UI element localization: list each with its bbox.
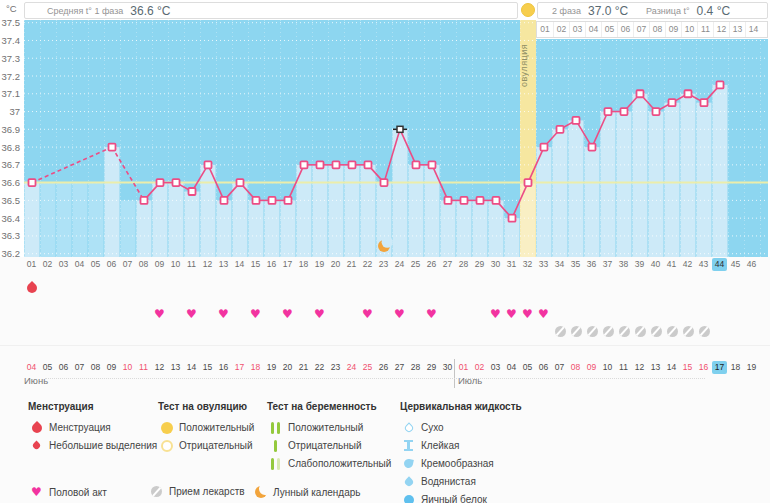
cycle-day-label[interactable]: 34 [552,258,567,271]
calendar-date[interactable]: 13 [648,361,663,374]
calendar-date[interactable]: 03 [488,361,503,374]
temperature-point[interactable] [509,215,516,222]
cycle-day-label[interactable]: 41 [664,258,679,271]
calendar-date[interactable]: 29 [424,361,439,374]
day-column[interactable] [361,165,376,257]
cycle-day-label[interactable]: 32 [520,258,535,271]
temperature-point[interactable] [413,161,420,168]
cycle-day-label[interactable]: 04 [72,258,87,271]
cycle-day-label[interactable]: 18 [296,258,311,271]
cycle-day-label[interactable]: 10 [168,258,183,271]
day-column[interactable] [409,165,424,257]
day-column[interactable] [697,103,712,257]
calendar-date[interactable]: 04 [24,361,39,374]
calendar-date[interactable]: 28 [408,361,423,374]
temperature-point[interactable] [717,81,724,88]
calendar-date[interactable]: 14 [184,361,199,374]
cycle-day-label[interactable]: 14 [232,258,247,271]
temperature-point[interactable] [301,161,308,168]
day-column[interactable] [665,103,680,257]
temperature-point[interactable] [349,161,356,168]
calendar-date[interactable]: 13 [168,361,183,374]
calendar-date[interactable]: 07 [552,361,567,374]
calendar-date[interactable]: 19 [744,361,759,374]
day-column[interactable] [489,200,504,257]
cycle-day-label[interactable]: 45 [728,258,743,271]
day-column[interactable] [313,165,328,257]
temperature-point[interactable] [205,161,212,168]
temperature-point[interactable] [637,90,644,97]
day-column[interactable] [281,200,296,257]
calendar-date[interactable]: 17 [712,361,727,374]
calendar-date[interactable]: 26 [376,361,391,374]
cycle-day-label[interactable]: 22 [360,258,375,271]
cycle-day-label[interactable]: 33 [536,258,551,271]
cycle-day-label[interactable]: 20 [328,258,343,271]
day-column[interactable] [329,165,344,257]
day-column[interactable] [201,165,216,257]
temperature-point[interactable] [221,197,228,204]
temperature-point[interactable] [173,179,180,186]
day-column[interactable] [649,112,664,257]
day-column[interactable] [217,200,232,257]
day-column-missing[interactable] [57,183,72,257]
day-column[interactable] [441,200,456,257]
day-column[interactable] [297,165,312,257]
day-column[interactable] [153,183,168,257]
cycle-day-label[interactable]: 38 [616,258,631,271]
cycle-day-label[interactable]: 21 [344,258,359,271]
cycle-day-label[interactable]: 02 [40,258,55,271]
calendar-date[interactable]: 16 [696,361,711,374]
temperature-point[interactable] [189,188,196,195]
calendar-date[interactable]: 11 [616,361,631,374]
calendar-date[interactable]: 08 [568,361,583,374]
day-column[interactable] [425,165,440,257]
cycle-day-label[interactable]: 43 [696,258,711,271]
calendar-date[interactable]: 30 [440,361,455,374]
day-column[interactable] [617,112,632,257]
temperature-point[interactable] [461,197,468,204]
day-column[interactable] [169,183,184,257]
calendar-date[interactable]: 02 [472,361,487,374]
cycle-day-label[interactable]: 03 [56,258,71,271]
cycle-day-label[interactable]: 08 [136,258,151,271]
calendar-date[interactable]: 04 [504,361,519,374]
calendar-date[interactable]: 22 [312,361,327,374]
day-column[interactable] [25,183,40,257]
temperature-point[interactable] [477,197,484,204]
cycle-day-label[interactable]: 09 [152,258,167,271]
temperature-point[interactable] [317,161,324,168]
day-column-missing[interactable] [73,183,88,257]
cycle-day-label[interactable]: 17 [280,258,295,271]
temperature-point[interactable] [685,90,692,97]
cycle-day-label[interactable]: 07 [120,258,135,271]
temperature-point-special[interactable] [397,126,403,132]
calendar-date[interactable]: 14 [664,361,679,374]
day-column[interactable] [537,147,552,257]
cycle-day-label[interactable]: 23 [376,258,391,271]
temperature-point[interactable] [29,179,36,186]
cycle-day-label[interactable]: 31 [504,258,519,271]
cycle-day-label[interactable]: 12 [200,258,215,271]
day-column[interactable] [249,200,264,257]
chart-area[interactable] [24,20,768,257]
cycle-day-label[interactable]: 35 [568,258,583,271]
temperature-point[interactable] [253,197,260,204]
calendar-date[interactable]: 24 [344,361,359,374]
day-column-missing[interactable] [89,183,104,257]
calendar-date[interactable]: 19 [264,361,279,374]
temperature-point[interactable] [541,144,548,151]
calendar-date[interactable]: 09 [584,361,599,374]
day-column[interactable] [457,200,472,257]
day-column[interactable] [185,192,200,257]
calendar-date[interactable]: 08 [88,361,103,374]
calendar-date[interactable]: 25 [360,361,375,374]
calendar-date[interactable]: 07 [72,361,87,374]
day-column[interactable] [585,147,600,257]
cycle-day-label[interactable]: 40 [648,258,663,271]
temperature-point[interactable] [381,179,388,186]
day-column-missing[interactable] [41,183,56,257]
calendar-date[interactable]: 15 [680,361,695,374]
calendar-date[interactable]: 11 [136,361,151,374]
temperature-point[interactable] [525,179,532,186]
